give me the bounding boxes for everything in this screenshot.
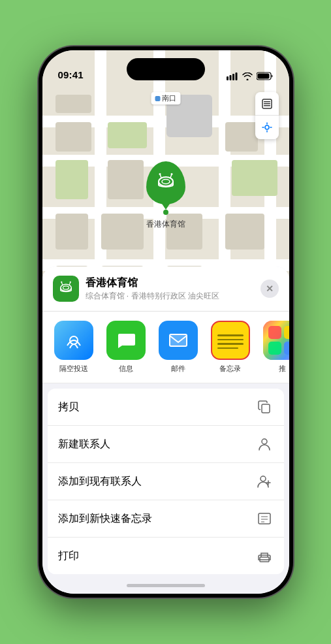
action-label-add-note: 添加到新快速备忘录: [58, 512, 152, 526]
svg-rect-1: [229, 75, 231, 80]
message-label: 信息: [119, 364, 133, 374]
venue-stadium-icon: [58, 281, 74, 297]
mail-graphic: [168, 330, 189, 351]
battery-icon: [257, 72, 274, 80]
svg-point-11: [159, 177, 173, 186]
map-label-dot: [155, 96, 160, 101]
svg-point-20: [63, 286, 69, 289]
more-label: 推: [279, 364, 286, 374]
airdrop-icon: [54, 321, 93, 360]
notes-icon: [211, 321, 250, 360]
close-button[interactable]: ✕: [260, 280, 279, 298]
action-list: 拷贝 新建联系人: [48, 389, 284, 574]
bottom-sheet: 香港体育馆 综合体育馆 · 香港特别行政区 油尖旺区 ✕: [42, 266, 289, 594]
map-label-text: 南口: [162, 93, 176, 103]
notes-label: 备忘录: [219, 364, 241, 374]
phone-frame: 09:41: [39, 46, 293, 598]
svg-rect-8: [264, 103, 270, 105]
marker-label: 香港体育馆: [146, 219, 185, 230]
wifi-icon: [242, 72, 253, 80]
notes-lines: [212, 328, 249, 353]
signal-icon: [227, 72, 238, 80]
svg-point-18: [170, 173, 172, 175]
print-icon: [255, 547, 274, 565]
map-layers-button[interactable]: [255, 92, 279, 116]
more-icon: [263, 321, 289, 360]
person-icon: [255, 435, 274, 453]
more-graphic: [263, 321, 289, 360]
venue-icon: [53, 276, 79, 302]
map-controls: [255, 92, 279, 139]
venue-text: 香港体育馆 综合体育馆 · 香港特别行政区 油尖旺区: [86, 276, 219, 302]
location-button[interactable]: [255, 116, 279, 139]
action-item-print[interactable]: 打印: [48, 538, 284, 574]
svg-point-25: [61, 282, 62, 283]
message-icon: [106, 321, 146, 360]
mail-label: 邮件: [171, 364, 185, 374]
home-indicator: [127, 584, 205, 587]
svg-rect-0: [227, 76, 229, 80]
action-item-add-note[interactable]: 添加到新快速备忘录: [48, 500, 284, 538]
svg-rect-7: [264, 101, 270, 103]
svg-rect-35: [262, 404, 270, 413]
airdrop-label: 隔空投送: [59, 364, 88, 374]
svg-point-17: [159, 173, 161, 175]
note-icon: [255, 509, 274, 528]
svg-rect-31: [268, 326, 281, 339]
svg-point-10: [265, 125, 269, 129]
share-item-airdrop[interactable]: 隔空投送: [53, 321, 95, 374]
status-time: 09:41: [58, 69, 84, 80]
action-item-copy[interactable]: 拷贝: [48, 389, 284, 426]
venue-name: 香港体育馆: [86, 276, 219, 290]
svg-rect-32: [284, 326, 289, 339]
stadium-icon: [155, 172, 176, 193]
svg-point-37: [260, 476, 266, 481]
person-add-icon: [255, 472, 274, 491]
svg-rect-5: [257, 74, 269, 79]
svg-rect-2: [232, 74, 234, 80]
svg-rect-28: [170, 334, 187, 346]
action-label-add-contact: 添加到现有联系人: [58, 475, 142, 489]
svg-rect-3: [235, 72, 237, 80]
marker-dot: [163, 210, 168, 215]
venue-subtitle: 综合体育馆 · 香港特别行政区 油尖旺区: [86, 291, 219, 302]
stadium-marker[interactable]: 香港体育馆: [146, 161, 185, 230]
share-item-mail[interactable]: 邮件: [157, 321, 199, 374]
svg-point-19: [60, 284, 71, 291]
svg-rect-33: [268, 342, 281, 355]
share-item-more[interactable]: 推: [262, 321, 289, 374]
venue-info: 香港体育馆 综合体育馆 · 香港特别行政区 油尖旺区: [53, 276, 219, 302]
action-item-add-contact[interactable]: 添加到现有联系人: [48, 463, 284, 500]
message-graphic: [116, 330, 136, 351]
airdrop-graphic: [63, 330, 84, 351]
marker-pin: [146, 161, 185, 204]
share-item-notes[interactable]: 备忘录: [210, 321, 251, 374]
action-label-copy: 拷贝: [58, 400, 79, 414]
mail-icon: [159, 321, 198, 360]
phone-screen: 09:41: [42, 50, 289, 594]
svg-point-12: [162, 180, 170, 184]
svg-rect-9: [264, 105, 270, 106]
action-label-new-contact: 新建联系人: [58, 438, 110, 451]
action-label-print: 打印: [58, 549, 79, 563]
status-icons: [227, 72, 274, 80]
venue-card: 香港体育馆 综合体育馆 · 香港特别行政区 油尖旺区 ✕: [42, 266, 289, 312]
copy-icon: [255, 398, 274, 416]
svg-point-26: [69, 282, 71, 283]
map-label: 南口: [151, 92, 180, 105]
action-item-new-contact[interactable]: 新建联系人: [48, 426, 284, 463]
share-item-message[interactable]: 信息: [105, 321, 147, 374]
svg-point-36: [262, 439, 267, 444]
dynamic-island: [127, 58, 205, 80]
share-row: 隔空投送 信息: [42, 312, 289, 383]
svg-rect-34: [284, 342, 289, 355]
